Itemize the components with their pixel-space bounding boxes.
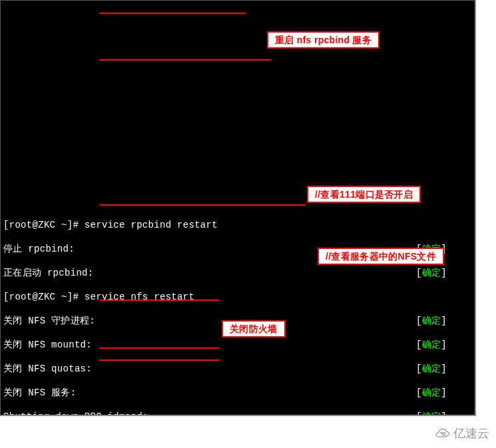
terminal-window[interactable]: 重启 nfs rpcbind 服务 //查看111端口是否开启 //查看服务器中… (0, 0, 476, 416)
annotation-text: 关闭防火墙 (230, 324, 278, 334)
output-line: Shutting down RPC idmapd:[确定] (3, 411, 456, 416)
annotation-box-nfsfiles: //查看服务器中的NFS文件 (318, 248, 444, 265)
output-line: 关闭 NFS mountd:[确定] (3, 339, 456, 351)
status-ok: 确定 (422, 339, 441, 350)
annotation-arrow (99, 347, 219, 349)
status-ok: 确定 (422, 316, 441, 326)
terminal-content: [root@ZKC ~]# service rpcbind restart 停止… (3, 207, 472, 416)
cloud-icon (433, 427, 451, 440)
watermark: 亿速云 (433, 425, 489, 441)
annotation-box-port111: //查看111端口是否开启 (307, 186, 421, 203)
annotation-arrow (99, 59, 271, 61)
annotation-arrow (99, 13, 246, 14)
annotation-text: //查看111端口是否开启 (315, 189, 413, 200)
annotation-arrow (99, 204, 306, 206)
annotation-arrow (99, 359, 219, 361)
annotation-arrow (99, 300, 219, 301)
output-line: 关闭 NFS quotas:[确定] (3, 363, 456, 375)
status-ok: 确定 (422, 411, 441, 416)
annotation-box-firewall: 关闭防火墙 (222, 320, 286, 337)
prompt-line: [root@ZKC ~]# service rpcbind restart (3, 219, 456, 231)
status-ok: 确定 (422, 268, 441, 278)
command-text: service rpcbind restart (85, 220, 218, 230)
output-line: 关闭 NFS 服务:[确定] (3, 387, 456, 399)
status-ok: 确定 (422, 387, 441, 398)
watermark-text: 亿速云 (453, 425, 489, 441)
annotation-text: //查看服务器中的NFS文件 (326, 251, 436, 262)
output-line: 正在启动 rpcbind:[确定] (3, 267, 456, 279)
status-ok: 确定 (422, 363, 441, 374)
annotation-box-restart: 重启 nfs rpcbind 服务 (267, 31, 379, 49)
annotation-text: 重启 nfs rpcbind 服务 (275, 35, 372, 45)
prompt-line: [root@ZKC ~]# service nfs restart (3, 291, 456, 303)
